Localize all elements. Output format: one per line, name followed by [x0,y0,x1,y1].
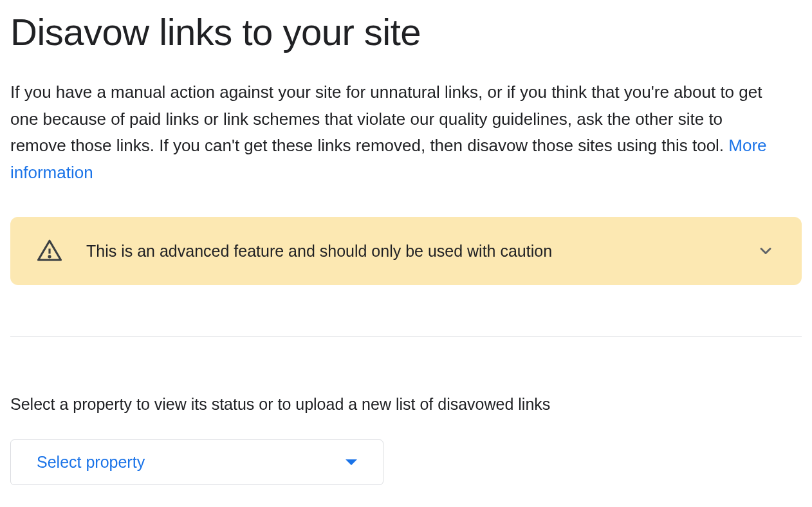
svg-point-1 [49,256,50,257]
caret-down-icon [346,459,357,465]
property-select-dropdown[interactable]: Select property [10,439,383,485]
warning-text: This is an advanced feature and should o… [86,242,732,261]
warning-icon [36,237,63,264]
section-divider [10,336,802,337]
description-text: If you have a manual action against your… [10,82,762,155]
chevron-down-icon [755,241,776,261]
warning-banner[interactable]: This is an advanced feature and should o… [10,217,802,285]
property-select-text: Select property [37,453,145,472]
property-select-label: Select a property to view its status or … [10,395,802,414]
page-title: Disavow links to your site [10,10,802,53]
page-description: If you have a manual action against your… [10,79,782,186]
